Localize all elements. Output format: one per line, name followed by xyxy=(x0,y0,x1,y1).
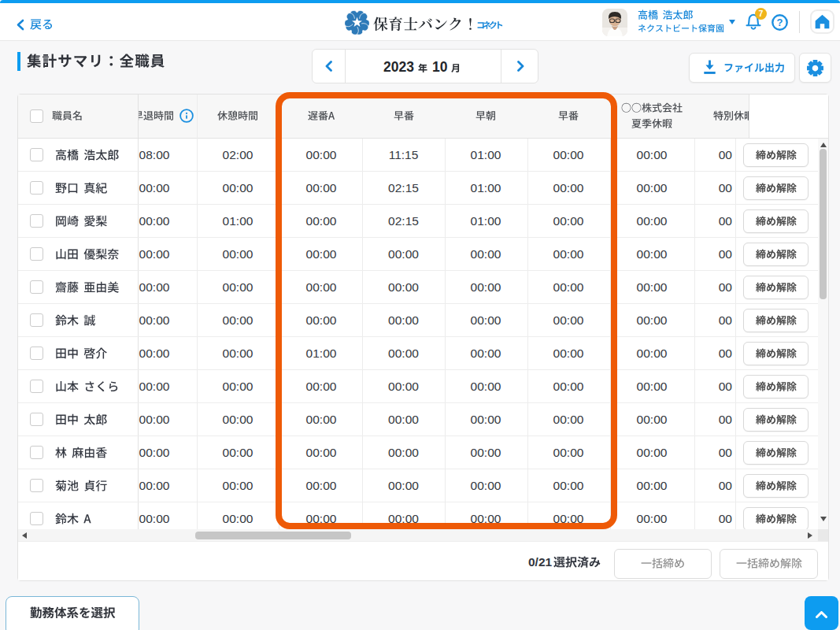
svg-text:?: ? xyxy=(777,17,783,28)
